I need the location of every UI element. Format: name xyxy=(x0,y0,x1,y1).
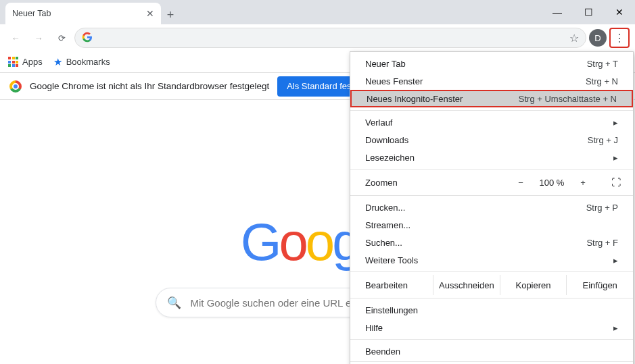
bookmarks-label: Bookmarks xyxy=(66,57,110,67)
menu-item-history[interactable]: Verlauf ▸ xyxy=(350,113,633,131)
menu-item-exit[interactable]: Beenden xyxy=(350,342,633,360)
close-window-button[interactable]: ✕ xyxy=(604,2,635,22)
menu-item-cast[interactable]: Streamen... xyxy=(350,216,633,234)
menu-separator xyxy=(350,271,633,272)
apps-shortcut[interactable]: Apps xyxy=(8,57,43,67)
address-bar[interactable]: ☆ xyxy=(74,28,586,48)
menu-item-print[interactable]: Drucken... Strg + P xyxy=(350,199,633,216)
zoom-out-button[interactable]: − xyxy=(511,174,530,190)
submenu-arrow-icon: ▸ xyxy=(613,118,618,128)
google-g-icon xyxy=(82,32,93,45)
menu-item-more-tools[interactable]: Weitere Tools ▸ xyxy=(350,251,633,269)
zoom-in-button[interactable]: + xyxy=(573,174,592,190)
star-icon: ★ xyxy=(53,56,62,68)
apps-grid-icon xyxy=(8,57,18,67)
logo-letter: o xyxy=(306,212,332,271)
zoom-label: Zoomen xyxy=(365,178,507,188)
menu-item-downloads[interactable]: Downloads Strg + J xyxy=(350,131,633,149)
paste-button[interactable]: Einfügen xyxy=(566,275,633,295)
menu-item-bookmarks[interactable]: Lesezeichen ▸ xyxy=(350,149,633,166)
logo-letter: G xyxy=(241,212,279,271)
tab-title: Neuer Tab xyxy=(12,9,51,18)
infobar-message: Google Chrome ist nicht als Ihr Standard… xyxy=(30,81,269,91)
minimize-button[interactable]: — xyxy=(542,2,573,22)
menu-item-help[interactable]: Hilfe ▸ xyxy=(350,319,633,336)
managed-by-org-row[interactable]: Von Ihrer Organisation verwaltet xyxy=(350,361,633,364)
menu-item-new-window[interactable]: Neues Fenster Strg + N xyxy=(350,72,633,90)
logo-letter: o xyxy=(279,212,305,271)
menu-separator xyxy=(350,110,633,111)
submenu-arrow-icon: ▸ xyxy=(613,255,618,265)
reload-button[interactable]: ⟳ xyxy=(51,28,72,48)
edit-label: Bearbeiten xyxy=(365,280,433,290)
bookmark-star-icon[interactable]: ☆ xyxy=(569,32,579,45)
menu-item-find[interactable]: Suchen... Strg + F xyxy=(350,234,633,251)
window-controls: — ☐ ✕ xyxy=(542,0,635,24)
apps-label: Apps xyxy=(22,57,43,67)
menu-item-settings[interactable]: Einstellungen xyxy=(350,301,633,319)
zoom-value: 100 % xyxy=(534,178,569,188)
back-button[interactable]: ← xyxy=(5,28,26,48)
search-icon: 🔍 xyxy=(167,296,181,310)
bookmarks-folder[interactable]: ★ Bookmarks xyxy=(53,56,110,68)
copy-button[interactable]: Kopieren xyxy=(500,275,567,295)
close-tab-icon[interactable]: ✕ xyxy=(146,8,154,19)
menu-separator xyxy=(350,339,633,340)
url-input[interactable] xyxy=(98,32,564,44)
menu-edit-row: Bearbeiten Ausschneiden Kopieren Einfüge… xyxy=(350,275,633,295)
toolbar: ← → ⟳ ☆ D ⋮ xyxy=(0,24,635,51)
main-menu-button[interactable]: ⋮ xyxy=(609,28,630,48)
submenu-arrow-icon: ▸ xyxy=(613,323,618,333)
menu-item-new-tab[interactable]: Neuer Tab Strg + T xyxy=(350,55,633,72)
cut-button[interactable]: Ausschneiden xyxy=(433,275,500,295)
menu-separator xyxy=(350,195,633,196)
titlebar: Neuer Tab ✕ + — ☐ ✕ xyxy=(0,0,635,24)
main-menu-dropdown: Neuer Tab Strg + T Neues Fenster Strg + … xyxy=(350,51,634,364)
menu-separator xyxy=(350,298,633,298)
browser-tab[interactable]: Neuer Tab ✕ xyxy=(5,3,161,24)
menu-zoom-row: Zoomen − 100 % + ⛶ xyxy=(350,172,633,192)
menu-item-incognito[interactable]: Neues Inkognito-Fenster Strg + Umschaltt… xyxy=(350,90,633,107)
maximize-button[interactable]: ☐ xyxy=(573,2,604,22)
fullscreen-button[interactable]: ⛶ xyxy=(607,177,625,188)
forward-button[interactable]: → xyxy=(28,28,49,48)
menu-separator xyxy=(350,169,633,170)
submenu-arrow-icon: ▸ xyxy=(613,153,618,163)
chrome-logo-icon xyxy=(9,80,22,93)
profile-avatar[interactable]: D xyxy=(589,29,607,47)
new-tab-button[interactable]: + xyxy=(161,5,180,24)
